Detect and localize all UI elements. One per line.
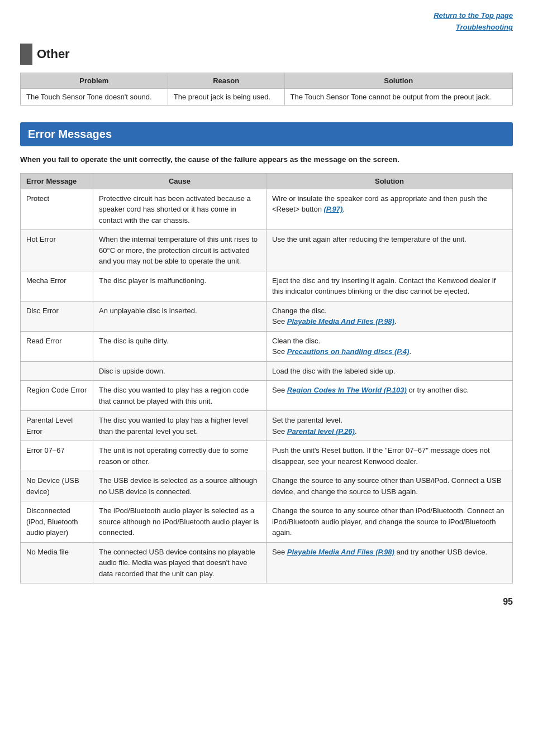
solution-cell: Clean the disc.See Precautions on handli… bbox=[266, 331, 513, 361]
solution-header: Solution bbox=[284, 73, 513, 88]
error-message-cell: Error 07–67 bbox=[21, 441, 93, 471]
table-row: Error 07–67The unit is not operating cor… bbox=[21, 441, 513, 471]
solution-cell: Use the unit again after reducing the te… bbox=[266, 230, 513, 271]
table-row: Mecha ErrorThe disc player is malfunctio… bbox=[21, 271, 513, 301]
error-message-cell: Region Code Error bbox=[21, 381, 93, 411]
solution-cell: Change the disc.See Playable Media And F… bbox=[266, 301, 513, 331]
error-message-cell: Read Error bbox=[21, 331, 93, 361]
return-to-top-link[interactable]: Return to the Top page bbox=[434, 11, 513, 20]
cause-cell: The disc you wanted to play has a region… bbox=[93, 381, 266, 411]
error-msg-header: Error Message bbox=[21, 173, 93, 189]
cause-cell: The disc is quite dirty. bbox=[93, 331, 266, 361]
error-message-cell: Hot Error bbox=[21, 230, 93, 271]
problem-cell: The Touch Sensor Tone doesn't sound. bbox=[21, 88, 168, 105]
error-message-cell: No Device (USB device) bbox=[21, 471, 93, 501]
table-row: ProtectProtective circuit has been activ… bbox=[21, 189, 513, 230]
solution-cell: Change the source to any source other th… bbox=[266, 471, 513, 501]
table-row: Hot ErrorWhen the internal temperature o… bbox=[21, 230, 513, 271]
cause-cell: The iPod/Bluetooth audio player is selec… bbox=[93, 501, 266, 543]
cause-cell: Disc is upside down. bbox=[93, 361, 266, 381]
solution-link[interactable]: Parental level (P.26) bbox=[287, 427, 355, 436]
solution-cell: Load the disc with the labeled side up. bbox=[266, 361, 513, 381]
top-links: Return to the Top page Troubleshooting bbox=[20, 10, 513, 34]
solution-cell: Set the parental level.See Parental leve… bbox=[266, 411, 513, 441]
table-row: Disconnected (iPod, Bluetooth audio play… bbox=[21, 501, 513, 543]
solution-link[interactable]: Playable Media And Files (P.98) bbox=[287, 548, 394, 556]
cause-cell: An unplayable disc is inserted. bbox=[93, 301, 266, 331]
error-message-cell: Disc Error bbox=[21, 301, 93, 331]
table-row: Parental Level ErrorThe disc you wanted … bbox=[21, 411, 513, 441]
solution-cell: Change the source to any source other th… bbox=[266, 501, 513, 543]
error-messages-intro: When you fail to operate the unit correc… bbox=[20, 154, 513, 165]
solution-cell: See Playable Media And Files (P.98) and … bbox=[266, 542, 513, 583]
error-messages-table: Error Message Cause Solution ProtectProt… bbox=[20, 173, 513, 584]
problem-header: Problem bbox=[21, 73, 168, 88]
solution-cell: Push the unit's Reset button. If the "Er… bbox=[266, 441, 513, 471]
solution-link[interactable]: Region Codes In The World (P.103) bbox=[287, 386, 407, 394]
reason-cell: The preout jack is being used. bbox=[168, 88, 284, 105]
page-number: 95 bbox=[20, 597, 513, 607]
solution-link[interactable]: (P.97) bbox=[324, 205, 343, 213]
table-row: Disc is upside down.Load the disc with t… bbox=[21, 361, 513, 381]
cause-cell: When the internal temperature of this un… bbox=[93, 230, 266, 271]
error-message-cell: Protect bbox=[21, 189, 93, 230]
table-row: Disc ErrorAn unplayable disc is inserted… bbox=[21, 301, 513, 331]
error-message-cell: Parental Level Error bbox=[21, 411, 93, 441]
cause-cell: The disc you wanted to play has a higher… bbox=[93, 411, 266, 441]
cause-cell: The USB device is selected as a source a… bbox=[93, 471, 266, 501]
error-message-cell bbox=[21, 361, 93, 381]
table-row: Read ErrorThe disc is quite dirty.Clean … bbox=[21, 331, 513, 361]
cause-cell: The disc player is malfunctioning. bbox=[93, 271, 266, 301]
solution-cell: Eject the disc and try inserting it agai… bbox=[266, 271, 513, 301]
solution-cell: The Touch Sensor Tone cannot be output f… bbox=[284, 88, 513, 105]
table-row: No Media fileThe connected USB device co… bbox=[21, 542, 513, 583]
other-problem-table: Problem Reason Solution The Touch Sensor… bbox=[20, 73, 513, 106]
other-section-title: Other bbox=[20, 44, 513, 65]
cause-cell: The connected USB device contains no pla… bbox=[93, 542, 266, 583]
table-row: The Touch Sensor Tone doesn't sound. The… bbox=[21, 88, 513, 105]
troubleshooting-link[interactable]: Troubleshooting bbox=[456, 23, 513, 31]
solution-cell: Wire or insulate the speaker cord as app… bbox=[266, 189, 513, 230]
section-color-bar bbox=[20, 44, 32, 65]
error-message-cell: Disconnected (iPod, Bluetooth audio play… bbox=[21, 501, 93, 543]
error-message-cell: Mecha Error bbox=[21, 271, 93, 301]
error-messages-title: Error Messages bbox=[28, 128, 112, 140]
solution-cell: See Region Codes In The World (P.103) or… bbox=[266, 381, 513, 411]
solution-link[interactable]: Playable Media And Files (P.98) bbox=[287, 317, 394, 326]
solution-link[interactable]: Precautions on handling discs (P.4) bbox=[287, 347, 410, 356]
reason-header: Reason bbox=[168, 73, 284, 88]
table-row: No Device (USB device)The USB device is … bbox=[21, 471, 513, 501]
cause-cell: The unit is not operating correctly due … bbox=[93, 441, 266, 471]
error-messages-header: Error Messages bbox=[20, 122, 513, 146]
other-title-text: Other bbox=[37, 47, 70, 61]
table-row: Region Code ErrorThe disc you wanted to … bbox=[21, 381, 513, 411]
solution-header-err: Solution bbox=[266, 173, 513, 189]
cause-header: Cause bbox=[93, 173, 266, 189]
error-message-cell: No Media file bbox=[21, 542, 93, 583]
cause-cell: Protective circuit has been activated be… bbox=[93, 189, 266, 230]
